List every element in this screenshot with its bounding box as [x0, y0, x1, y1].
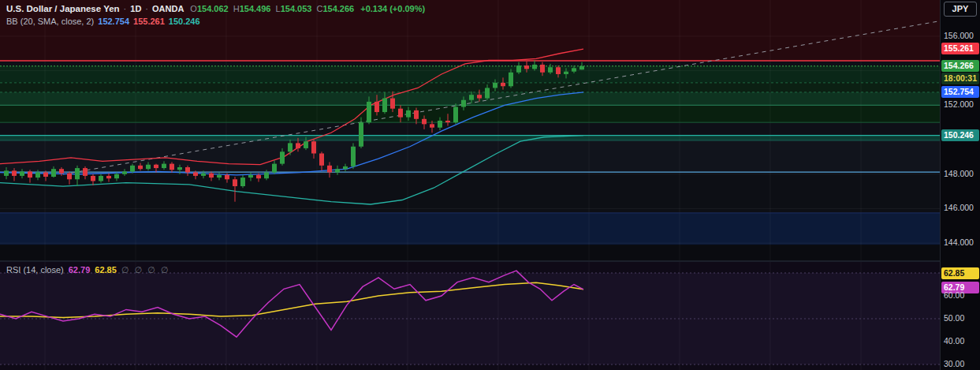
bb-lower-price-badge: 150.246 — [941, 129, 979, 141]
rsi-ma-badge: 62.85 — [941, 267, 979, 279]
main-price-pane[interactable] — [0, 0, 940, 260]
price-tick-144: 144.000 — [941, 237, 980, 249]
symbol-button[interactable]: U.S. Dollar / Japanese Yen — [6, 4, 120, 13]
change-value: +0.134 (+0.09%) — [360, 4, 425, 13]
bb-basis-value: 152.754 — [98, 17, 129, 26]
rsi-tick-30: 30.00 — [941, 358, 980, 370]
price-tick-146: 146.000 — [941, 202, 980, 214]
price-zones-layer — [0, 0, 940, 260]
bb-lower-value: 150.246 — [169, 17, 200, 26]
bb-upper-value: 155.261 — [133, 17, 165, 26]
high-value: 154.496 — [240, 4, 271, 13]
symbol-legend: U.S. Dollar / Japanese Yen · 1D · OANDA … — [6, 2, 425, 28]
rsi-hidden-values: ∅ ∅ ∅ ∅ — [121, 265, 170, 275]
axis-currency-label[interactable]: JPY — [944, 2, 977, 17]
legend-separator: · — [124, 4, 127, 13]
bb-basis-price-badge: 152.754 — [941, 86, 979, 98]
trading-chart-window: U.S. Dollar / Japanese Yen · 1D · OANDA … — [0, 0, 980, 370]
rsi-indicator-title[interactable]: RSI (14, close) — [6, 265, 64, 275]
high-label: H — [233, 4, 240, 13]
rsi-tick-50: 50.00 — [941, 312, 980, 324]
bb-legend-row: BB (20, SMA, close, 2) 152.754 155.261 1… — [6, 15, 425, 28]
low-value: 154.053 — [281, 4, 312, 13]
bb-indicator-title[interactable]: BB (20, SMA, close, 2) — [6, 17, 94, 26]
legend-separator: · — [145, 4, 148, 13]
rsi-ma-value: 62.85 — [95, 265, 117, 275]
price-tick-156: 156.000 — [941, 30, 980, 42]
symbol-legend-row: U.S. Dollar / Japanese Yen · 1D · OANDA … — [6, 2, 425, 15]
countdown-badge: 18:00:31 — [941, 73, 979, 84]
bb-upper-price-badge: 155.261 — [941, 43, 979, 54]
open-value: 154.062 — [197, 4, 229, 13]
close-value: 154.266 — [322, 4, 354, 13]
rsi-pane[interactable] — [0, 262, 940, 370]
rsi-tick-40: 40.00 — [941, 335, 980, 347]
price-tick-152: 152.000 — [941, 99, 980, 110]
exchange-label: OANDA — [152, 4, 184, 13]
rsi-tick-60: 60.00 — [941, 290, 980, 301]
interval-button[interactable]: 1D — [130, 4, 141, 13]
rsi-value: 62.79 — [69, 265, 91, 275]
chart-area[interactable]: U.S. Dollar / Japanese Yen · 1D · OANDA … — [0, 0, 940, 370]
price-tick-148: 148.000 — [941, 168, 980, 180]
price-axis[interactable]: JPY 156.000155.261154.26618:00:31152.754… — [940, 0, 980, 370]
ohlc-values: O154.062 H154.496 L154.053 C154.266 — [188, 4, 354, 13]
rsi-legend: RSI (14, close) 62.79 62.85 ∅ ∅ ∅ ∅ — [6, 263, 170, 276]
open-label: O — [190, 4, 197, 13]
last-price-badge: 154.266 — [941, 60, 979, 72]
